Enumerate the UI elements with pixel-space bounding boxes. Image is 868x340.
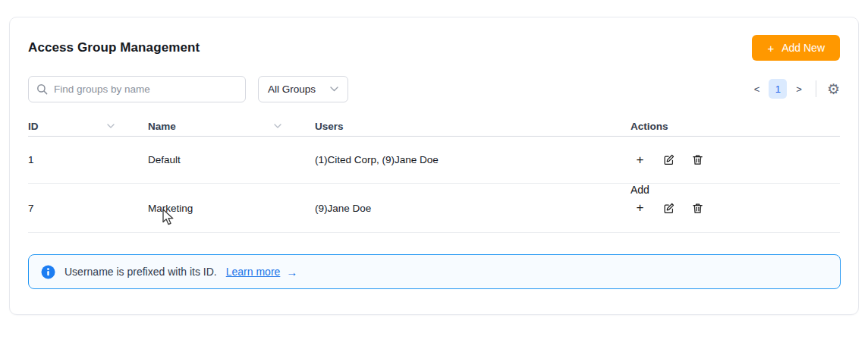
row-id: 1 [28,154,148,165]
groups-table: ID Name Users Actions 1 Default (1)Cited… [28,116,840,233]
row-name: Marketing [148,203,315,214]
current-page-button[interactable]: 1 [769,79,787,99]
add-tooltip: Add [631,184,649,196]
card-header: Access Group Management + Add New [28,33,840,63]
page-title: Access Group Management [28,40,200,55]
learn-more-link[interactable]: Learn more [226,266,281,278]
pagination: < 1 > ⚙ [750,79,840,99]
row-users: (1)Cited Corp, (9)Jane Doe [315,154,631,165]
add-user-icon[interactable]: + [634,153,646,166]
add-user-icon[interactable]: + [634,202,646,215]
access-group-card: Access Group Management + Add New All Gr… [9,17,859,315]
groups-filter-value: All Groups [268,83,316,95]
search-box[interactable] [28,76,246,102]
row-actions: Add + [631,202,840,215]
add-new-button[interactable]: + Add New [752,35,840,61]
delete-icon[interactable] [691,153,704,166]
divider [816,80,816,97]
column-header-id[interactable]: ID [28,121,148,132]
info-icon [41,265,55,279]
row-name: Default [148,154,315,165]
table-header-row: ID Name Users Actions [28,116,840,137]
edit-icon[interactable] [662,153,675,166]
groups-filter-dropdown[interactable]: All Groups [258,76,348,102]
column-header-actions: Actions [631,121,840,132]
next-page-button[interactable]: > [791,80,807,98]
search-icon [36,83,48,95]
row-id: 7 [28,203,148,214]
banner-message: Username is prefixed with its ID. [64,266,217,278]
add-new-label: Add New [782,42,825,54]
arrow-right-icon[interactable]: → [286,266,297,279]
info-banner: Username is prefixed with its ID. Learn … [28,254,841,289]
table-row: 7 Marketing (9)Jane Doe Add + [28,184,840,233]
sort-chevron-icon[interactable] [107,124,115,128]
delete-icon[interactable] [691,202,704,215]
column-header-users: Users [315,121,631,132]
search-input[interactable] [54,83,237,95]
table-row: 1 Default (1)Cited Corp, (9)Jane Doe + [28,137,840,184]
gear-icon[interactable]: ⚙ [827,82,840,96]
sort-chevron-icon[interactable] [274,124,281,128]
plus-icon: + [767,42,774,54]
row-actions: + [631,153,840,166]
chevron-down-icon [330,87,338,92]
toolbar: All Groups < 1 > ⚙ [28,75,840,102]
prev-page-button[interactable]: < [750,80,765,98]
column-header-name[interactable]: Name [148,121,315,132]
edit-icon[interactable] [662,202,675,215]
row-users: (9)Jane Doe [315,203,631,214]
